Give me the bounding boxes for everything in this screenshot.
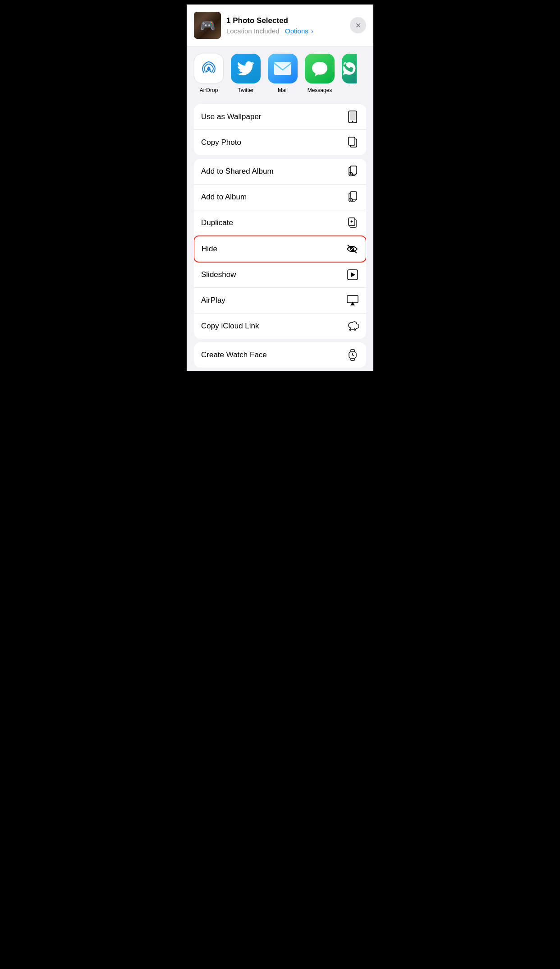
airplay-label: AirPlay — [201, 296, 225, 305]
share-apps-row: AirDrop Twitter Mail — [187, 46, 373, 101]
slideshow-label: Slideshow — [201, 270, 236, 279]
share-item-messages[interactable]: Messages — [305, 54, 335, 93]
header-text-block: 1 Photo Selected Location Included Optio… — [226, 16, 344, 34]
add-album-label: Add to Album — [201, 193, 247, 202]
chevron-icon: › — [311, 28, 313, 35]
svg-rect-6 — [349, 137, 355, 145]
airdrop-icon — [199, 59, 219, 78]
svg-point-4 — [352, 121, 353, 122]
airdrop-icon-bg — [194, 54, 224, 83]
slideshow-icon — [346, 268, 359, 281]
messages-icon-bg — [305, 54, 335, 83]
add-to-album-item[interactable]: Add to Album — [194, 185, 366, 210]
copy-photo-label: Copy Photo — [201, 138, 241, 147]
copy-photo-item[interactable]: Copy Photo — [194, 130, 366, 155]
messages-label: Messages — [308, 87, 332, 93]
share-item-twitter[interactable]: Twitter — [231, 54, 261, 93]
action-group-2: Add to Shared Album Add to Album — [194, 159, 366, 339]
svg-marker-23 — [351, 272, 355, 277]
shared-album-icon — [346, 165, 359, 178]
watch-icon — [346, 349, 359, 361]
whatsapp-icon-bg — [342, 54, 357, 83]
slideshow-item[interactable]: Slideshow — [194, 262, 366, 288]
thumbnail-image: 🎮 — [194, 12, 221, 39]
airplay-item[interactable]: AirPlay — [194, 288, 366, 314]
svg-rect-29 — [351, 358, 354, 360]
add-to-shared-album-item[interactable]: Add to Shared Album — [194, 159, 366, 185]
top-bar — [187, 0, 373, 5]
hide-eye-icon — [346, 243, 358, 255]
close-icon: ✕ — [355, 21, 361, 30]
mail-icon-bg — [268, 54, 298, 83]
close-button[interactable]: ✕ — [350, 17, 366, 33]
whatsapp-icon — [342, 60, 357, 77]
duplicate-item[interactable]: Duplicate — [194, 210, 366, 236]
create-watch-face-item[interactable]: Create Watch Face — [194, 342, 366, 368]
airdrop-label: AirDrop — [200, 87, 218, 93]
svg-marker-25 — [350, 302, 355, 305]
share-item-whatsapp[interactable] — [342, 54, 357, 93]
svg-rect-1 — [274, 62, 291, 75]
share-item-airdrop[interactable]: AirDrop — [194, 54, 224, 93]
copy-photo-icon — [346, 136, 359, 149]
share-item-mail[interactable]: Mail — [268, 54, 298, 93]
action-group-1: Use as Wallpaper Copy Photo — [194, 104, 366, 155]
action-group-3: Create Watch Face — [194, 342, 366, 368]
add-shared-album-label: Add to Shared Album — [201, 167, 274, 176]
icloud-link-icon — [346, 320, 359, 332]
copy-icloud-link-item[interactable]: Copy iCloud Link — [194, 314, 366, 339]
svg-rect-3 — [350, 112, 356, 120]
photo-thumbnail: 🎮 — [194, 12, 221, 39]
share-sheet: 🎮 1 Photo Selected Location Included Opt… — [187, 0, 373, 371]
watch-face-label: Create Watch Face — [201, 351, 267, 360]
location-status: Location Included Options › — [226, 27, 344, 35]
mail-label: Mail — [278, 87, 288, 93]
add-album-icon — [346, 191, 359, 203]
share-header: 🎮 1 Photo Selected Location Included Opt… — [187, 5, 373, 46]
svg-point-32 — [352, 355, 353, 355]
twitter-icon-bg — [231, 54, 261, 83]
controller-emoji: 🎮 — [200, 18, 216, 33]
duplicate-icon — [346, 217, 359, 229]
twitter-label: Twitter — [238, 87, 253, 93]
messages-bubble-icon — [311, 60, 329, 78]
svg-rect-28 — [351, 350, 354, 352]
hide-item[interactable]: Hide — [194, 235, 366, 263]
twitter-bird-icon — [237, 61, 254, 76]
wallpaper-label: Use as Wallpaper — [201, 112, 262, 121]
hide-label: Hide — [202, 245, 217, 254]
airplay-icon — [346, 294, 359, 307]
wallpaper-icon — [346, 111, 359, 123]
photo-count-title: 1 Photo Selected — [226, 16, 344, 26]
mail-envelope-icon — [274, 62, 292, 75]
icloud-link-label: Copy iCloud Link — [201, 322, 259, 331]
duplicate-label: Duplicate — [201, 218, 233, 227]
svg-rect-24 — [347, 295, 358, 303]
use-as-wallpaper-item[interactable]: Use as Wallpaper — [194, 104, 366, 130]
options-link[interactable]: Options › — [285, 27, 313, 35]
